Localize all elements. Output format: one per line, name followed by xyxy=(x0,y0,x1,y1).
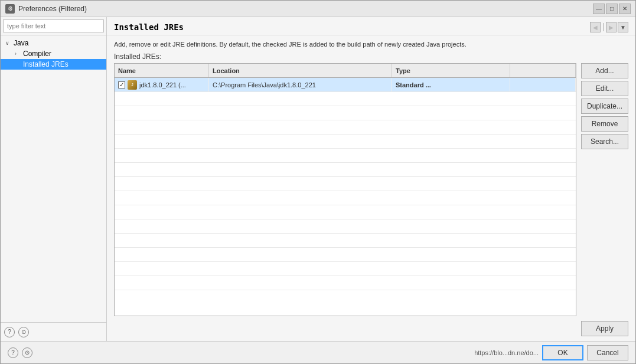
row-name: ✓ J jdk1.8.0_221 (... xyxy=(115,78,209,91)
window-icon: ⚙ xyxy=(5,4,15,14)
sidebar-item-label: Installed JREs xyxy=(23,60,69,68)
filter-input[interactable] xyxy=(3,19,104,32)
duplicate-button[interactable]: Duplicate... xyxy=(581,99,628,114)
table-row-empty-5 xyxy=(115,149,576,163)
nav-divider xyxy=(603,23,604,31)
col-location: Location xyxy=(209,64,392,77)
description-text: Add, remove or edit JRE definitions. By … xyxy=(107,35,635,51)
sidebar-item-label: Java xyxy=(14,39,28,47)
table-row-empty-14 xyxy=(115,276,576,290)
content-footer: Apply xyxy=(107,316,635,341)
nav-buttons: ◀ ▶ ▼ xyxy=(590,22,628,32)
table-row-empty-10 xyxy=(115,219,576,234)
help-bottom-icon[interactable]: ? xyxy=(8,347,18,358)
row-checkbox[interactable]: ✓ xyxy=(118,81,125,88)
window-controls: — □ ✕ xyxy=(593,4,631,14)
col-rest xyxy=(510,64,576,77)
table-row-empty-8 xyxy=(115,191,576,205)
table-row-empty-7 xyxy=(115,177,576,191)
apply-button[interactable]: Apply xyxy=(581,321,628,336)
row-type: Standard ... xyxy=(392,78,510,91)
row-rest xyxy=(510,78,576,91)
minimize-button[interactable]: — xyxy=(593,4,605,14)
jre-icon: J xyxy=(128,80,137,90)
back-button[interactable]: ◀ xyxy=(590,22,601,32)
cancel-button[interactable]: Cancel xyxy=(587,345,628,360)
table-row-empty-1 xyxy=(115,92,576,106)
sidebar-item-installed-jres[interactable]: Installed JREs xyxy=(1,59,106,70)
edit-button[interactable]: Edit... xyxy=(581,81,628,96)
table-header: Name Location Type xyxy=(115,64,576,78)
expand-arrow: ∨ xyxy=(5,40,11,46)
row-location: C:\Program Files\Java\jdk1.8.0_221 xyxy=(209,78,392,91)
preferences-window: ⚙ Preferences (Filtered) — □ ✕ ∨ Java xyxy=(0,0,636,364)
col-type: Type xyxy=(392,64,510,77)
forward-button[interactable]: ▶ xyxy=(606,22,617,32)
ok-button[interactable]: OK xyxy=(542,345,583,360)
sidebar-tree: ∨ Java › Compiler Installed JREs xyxy=(1,35,106,322)
bottom-bar: ? ⊙ https://blo...dn.ne/do... OK Cancel xyxy=(1,341,635,363)
table-row-empty-2 xyxy=(115,106,576,120)
restore-button[interactable]: □ xyxy=(606,4,618,14)
bottom-left: ? ⊙ xyxy=(8,347,32,358)
table-row-empty-3 xyxy=(115,120,576,135)
jre-table: Name Location Type ✓ J jdk1.8.0_221 (...… xyxy=(114,63,576,316)
installed-jres-label: Installed JREs: xyxy=(107,51,635,63)
filter-box xyxy=(1,17,106,35)
table-row-empty-6 xyxy=(115,163,576,177)
expand-arrow: › xyxy=(15,51,21,57)
table-area: Name Location Type ✓ J jdk1.8.0_221 (...… xyxy=(107,63,635,316)
table-row[interactable]: ✓ J jdk1.8.0_221 (... C:\Program Files\J… xyxy=(115,78,576,92)
content-area: Installed JREs ◀ ▶ ▼ Add, remove or edit… xyxy=(107,17,635,341)
status-text: https://blo...dn.ne/do... xyxy=(474,349,539,356)
sidebar-item-java[interactable]: ∨ Java xyxy=(1,38,106,48)
col-name: Name xyxy=(115,64,209,77)
add-button[interactable]: Add... xyxy=(581,63,628,78)
sidebar-item-label: Compiler xyxy=(23,50,51,58)
nav-dropdown-button[interactable]: ▼ xyxy=(618,22,628,32)
sidebar: ∨ Java › Compiler Installed JREs ? ⊙ xyxy=(1,17,107,341)
help-icon[interactable]: ? xyxy=(4,327,15,337)
table-row-empty-12 xyxy=(115,248,576,262)
remove-button[interactable]: Remove xyxy=(581,116,628,132)
side-buttons: Add... Edit... Duplicate... Remove Searc… xyxy=(581,63,628,316)
settings-bottom-icon[interactable]: ⊙ xyxy=(22,347,32,358)
page-title: Installed JREs xyxy=(114,22,184,32)
content-header: Installed JREs ◀ ▶ ▼ xyxy=(107,17,635,35)
search-button[interactable]: Search... xyxy=(581,134,628,149)
sidebar-bottom: ? ⊙ xyxy=(1,322,106,341)
titlebar-left: ⚙ Preferences (Filtered) xyxy=(5,4,87,14)
window-title: Preferences (Filtered) xyxy=(18,5,87,13)
table-row-empty-4 xyxy=(115,135,576,149)
close-button[interactable]: ✕ xyxy=(619,4,631,14)
table-row-empty-13 xyxy=(115,262,576,276)
titlebar: ⚙ Preferences (Filtered) — □ ✕ xyxy=(1,1,635,17)
settings-icon[interactable]: ⊙ xyxy=(18,327,29,337)
table-row-empty-11 xyxy=(115,234,576,248)
table-row-empty-9 xyxy=(115,205,576,219)
sidebar-item-compiler[interactable]: › Compiler xyxy=(1,48,106,59)
main-content: ∨ Java › Compiler Installed JREs ? ⊙ xyxy=(1,17,635,341)
